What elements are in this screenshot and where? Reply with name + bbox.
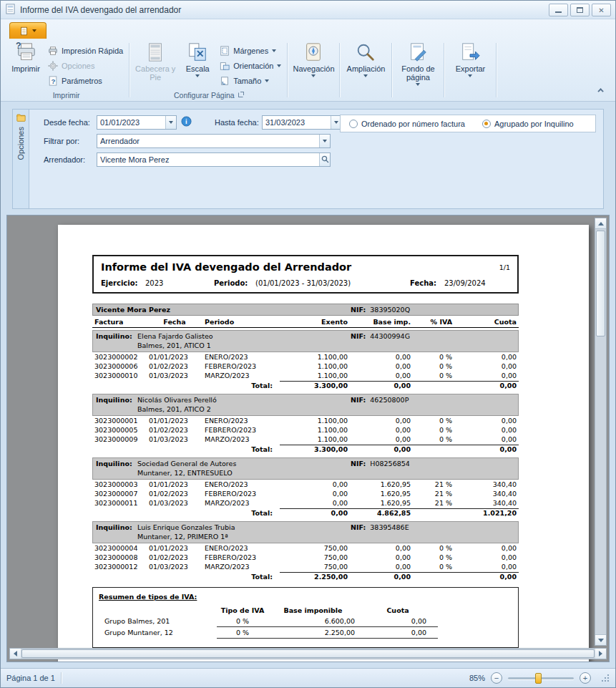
column-header: Base imp.	[350, 318, 413, 326]
chevron-down-icon	[363, 74, 368, 77]
invoice-exempt: 1.100,00	[278, 352, 350, 362]
scale-button[interactable]: Escala	[179, 40, 216, 77]
summary-group-name: Grupo Muntaner, 12	[99, 627, 217, 639]
zoom-slider-thumb[interactable]	[535, 673, 542, 684]
horizontal-scroll-thumb[interactable]	[21, 649, 595, 658]
landlord-nif: 38395020Q	[370, 306, 410, 314]
file-menu-button[interactable]	[9, 22, 47, 39]
page-indicator: Página 1 de 1	[6, 674, 55, 682]
invoice-base: 1.620,95	[350, 480, 413, 489]
group-total-row: Total: 3.300,00 0,00 0,00	[92, 445, 519, 455]
landlord-input[interactable]	[97, 153, 319, 166]
navigation-button[interactable]: Navegación	[291, 40, 336, 77]
periodo-value: (01/01/2023 - 31/03/2023)	[255, 279, 410, 287]
sort-mode-panel: Ordenado por número factura Agrupado por…	[340, 115, 596, 132]
from-date-dropdown-button[interactable]	[165, 116, 176, 129]
preview-area: Informe del IVA devengado del Arrendador…	[6, 215, 610, 662]
invoice-number: 3023000001	[92, 416, 147, 425]
orientation-button[interactable]: Orientación	[217, 60, 283, 71]
zoom-menu-button[interactable]: Ampliación	[343, 40, 388, 77]
print-button-label: Imprimir	[11, 64, 40, 73]
invoice-base: 0,00	[350, 416, 413, 425]
parameters-button[interactable]: ? Parámetros	[46, 75, 125, 86]
vertical-scrollbar[interactable]	[595, 218, 607, 646]
header-footer-button: Cabecera y Pie	[133, 40, 177, 82]
tenant-address: Muntaner, 12, PRIMERO 1ª	[96, 532, 515, 541]
invoice-period: FEBRERO/2023	[202, 553, 278, 562]
resize-grip[interactable]	[601, 674, 610, 682]
report-page[interactable]: Informe del IVA devengado del Arrendador…	[58, 225, 589, 662]
options-tab-icon	[16, 113, 26, 122]
options-tab[interactable]: Opciones	[13, 110, 29, 208]
summary-quota: 0,00	[358, 627, 438, 639]
vertical-scroll-thumb[interactable]	[596, 231, 605, 336]
chevron-down-icon	[323, 140, 327, 142]
scale-icon	[187, 42, 208, 63]
tenant-group: Inquilino: Luis Enrique Gonzales Trubia …	[92, 521, 519, 583]
invoice-vat-rate: 0 %	[413, 352, 454, 362]
inquilino-label: Inquilino:	[96, 459, 137, 468]
invoice-rows: 3023000003 01/01/2023 ENERO/2023 0,00 1.…	[92, 480, 519, 508]
radio-agrupado-inquilino[interactable]: Agrupado por Inquilino	[482, 120, 574, 128]
zoom-slider[interactable]	[508, 673, 574, 684]
invoice-period: ENERO/2023	[202, 352, 278, 362]
filter-by-input[interactable]	[97, 135, 319, 147]
scroll-left-button[interactable]	[10, 649, 21, 659]
page-background-button[interactable]: Fondo de página	[396, 40, 440, 86]
filter-by-dropdown-button[interactable]	[319, 135, 330, 147]
tenant-group-header: Inquilino: Elena Fajardo Galisteo NIF: 4…	[92, 330, 519, 352]
margins-icon	[220, 46, 230, 56]
invoice-base: 0,00	[350, 553, 413, 562]
maximize-button[interactable]	[570, 4, 590, 16]
total-quota: 0,00	[454, 445, 519, 455]
report-title: Informe del IVA devengado del Arrendador	[101, 261, 510, 273]
scroll-down-button[interactable]	[595, 634, 606, 645]
chevron-down-icon	[195, 74, 200, 77]
column-header: Fecha	[147, 318, 202, 326]
from-date-input[interactable]	[97, 116, 165, 129]
invoice-rows: 3023000001 01/01/2023 ENERO/2023 1.100,0…	[92, 416, 519, 444]
tenant-name: Sociedad General de Autores	[137, 459, 236, 468]
invoice-date: 01/02/2023	[147, 553, 202, 562]
summary-base: 6.600,00	[268, 616, 358, 627]
total-label: Total:	[92, 572, 278, 583]
vat-summary-box: Resumen de tipos de IVA: Tipo de IVA Bas…	[92, 587, 519, 648]
scroll-up-button[interactable]	[595, 218, 606, 229]
invoice-number: 3023000002	[92, 352, 147, 362]
ribbon-group-configurar-pagina: Cabecera y Pie Escala Márgenes	[131, 39, 285, 101]
invoice-quota: 0,00	[454, 352, 519, 362]
parameters-label: Parámetros	[62, 77, 102, 85]
zoom-menu-label: Ampliación	[347, 64, 386, 73]
size-button[interactable]: Tamaño	[217, 75, 283, 86]
invoice-rows: 3023000004 01/01/2023 ENERO/2023 750,00 …	[92, 543, 519, 571]
radio-numero-label: Ordenado por número factura	[361, 120, 465, 128]
invoice-row: 3023000001 01/01/2023 ENERO/2023 1.100,0…	[92, 416, 519, 425]
zoom-out-button[interactable]	[491, 672, 502, 684]
invoice-exempt: 1.100,00	[278, 416, 350, 425]
scroll-right-button[interactable]	[595, 649, 606, 659]
invoice-quota: 0,00	[454, 562, 519, 571]
print-button[interactable]: ? Imprimir	[7, 40, 44, 73]
margins-button[interactable]: Márgenes	[217, 45, 283, 56]
invoice-base: 0,00	[350, 371, 413, 380]
summary-column-header: Cuota	[358, 606, 438, 616]
close-button[interactable]	[592, 4, 611, 16]
landlord-search-button[interactable]	[319, 153, 330, 166]
invoice-row: 3023000005 01/02/2023 FEBRERO/2023 1.100…	[92, 425, 519, 435]
export-button[interactable]: Exportar	[448, 40, 492, 77]
radio-ordenado-numero-factura[interactable]: Ordenado por número factura	[349, 120, 465, 128]
nif-label: NIF:	[351, 396, 366, 404]
tenant-nif: 38395486E	[370, 523, 409, 531]
arrow-right-icon	[599, 651, 602, 656]
quick-print-button[interactable]: Impresión Rápida	[46, 45, 125, 56]
info-icon[interactable]: i	[181, 116, 192, 128]
ribbon-collapse-button[interactable]	[595, 85, 608, 95]
total-exempt: 3.300,00	[278, 381, 350, 392]
minimize-button[interactable]	[549, 4, 568, 16]
chevron-down-icon	[468, 74, 472, 77]
zoom-in-button[interactable]	[580, 672, 591, 684]
to-date-input[interactable]	[263, 116, 331, 129]
arrow-down-icon	[598, 639, 604, 642]
horizontal-scrollbar[interactable]	[9, 648, 607, 659]
page-setup-dialog-launcher-icon[interactable]	[238, 92, 243, 97]
